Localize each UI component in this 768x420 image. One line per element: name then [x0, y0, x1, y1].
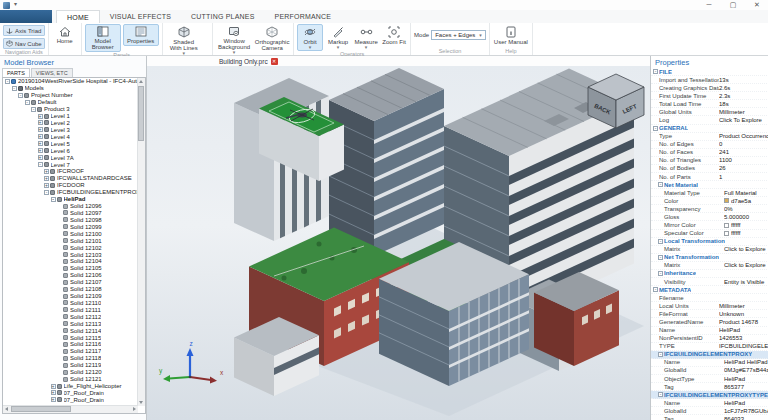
- scrollbar-thumb[interactable]: [138, 86, 144, 141]
- property-row[interactable]: ObjectType HeliPad: [651, 375, 768, 383]
- tree-item[interactable]: Solid 12100: [3, 230, 138, 237]
- tree-item[interactable]: Solid 12108: [3, 286, 138, 293]
- maximize-button[interactable]: ▢: [726, 1, 740, 9]
- model-browser-button[interactable]: Model Browser: [85, 24, 121, 52]
- expander-icon[interactable]: +: [44, 169, 49, 174]
- properties-button[interactable]: Properties: [123, 24, 159, 46]
- tree-item[interactable]: Solid 12116: [3, 341, 138, 348]
- tree-item[interactable]: - 20190104WestRiverSide Hospital - IFC4-…: [3, 78, 138, 85]
- tree-item[interactable]: Solid 12117: [3, 348, 138, 355]
- tree-item[interactable]: Solid 12109: [3, 293, 138, 300]
- tree-item[interactable]: + 07_Roof_Drain: [3, 389, 138, 396]
- expander-icon[interactable]: +: [44, 176, 49, 181]
- selection-mode-dropdown[interactable]: Faces + Edges ▾: [431, 30, 486, 40]
- property-row[interactable]: GlobalId 1cFJ7zR78GUbAmpC8ppv: [651, 407, 768, 415]
- axis-triad-toggle[interactable]: Axis Triad: [3, 25, 45, 36]
- expander-icon[interactable]: -: [658, 255, 663, 260]
- close-tab-icon[interactable]: ✕: [271, 58, 278, 65]
- 3d-canvas[interactable]: BACK LEFT z x: [147, 66, 650, 420]
- tree-item[interactable]: Solid 12113: [3, 320, 138, 327]
- property-row[interactable]: Specular Color ffffff: [651, 230, 768, 238]
- property-row[interactable]: Color d7ae5a: [651, 197, 768, 205]
- tree-item[interactable]: - Level 7: [3, 161, 138, 168]
- property-row[interactable]: Global Units Millimeter: [651, 108, 768, 116]
- scroll-right-icon[interactable]: [133, 407, 136, 411]
- property-row[interactable]: GlobalId 0MJg#E77sB44zNPCaU3: [651, 367, 768, 375]
- tree-item[interactable]: + IFCDOOR: [3, 182, 138, 189]
- tree-item[interactable]: Solid 12112: [3, 313, 138, 320]
- property-row[interactable]: Gloss 5.000000: [651, 213, 768, 221]
- property-row[interactable]: No. of Faces 241: [651, 149, 768, 157]
- tree-item[interactable]: Solid 12104: [3, 258, 138, 265]
- tree-item[interactable]: + Level 1: [3, 113, 138, 120]
- expander-icon[interactable]: +: [51, 384, 56, 389]
- property-row[interactable]: - FILE: [651, 68, 768, 76]
- tree-item[interactable]: - HeliPad: [3, 196, 138, 203]
- zoom-fit-button[interactable]: Zoom Fit: [381, 24, 407, 47]
- tree-item[interactable]: Solid 12115: [3, 334, 138, 341]
- expander-icon[interactable]: -: [38, 162, 43, 167]
- tree-item[interactable]: Solid 12101: [3, 237, 138, 244]
- property-row[interactable]: Material Type Full Material: [651, 189, 768, 197]
- vertical-scrollbar[interactable]: [137, 78, 145, 406]
- property-row[interactable]: FileFormat Unknown: [651, 310, 768, 318]
- property-row[interactable]: Matrix Click to Explore: [651, 262, 768, 270]
- property-row[interactable]: Log Click To Explore: [651, 116, 768, 124]
- close-button[interactable]: ✕: [750, 1, 764, 9]
- ribbon-tab[interactable]: PERFORMANCE: [265, 10, 342, 23]
- expander-icon[interactable]: +: [44, 183, 49, 188]
- quick-access-arrow-icon[interactable]: ▾: [14, 0, 17, 7]
- expander-icon[interactable]: +: [38, 120, 43, 125]
- expander-icon[interactable]: +: [38, 141, 43, 146]
- property-row[interactable]: First Update Time 2.3s: [651, 92, 768, 100]
- scroll-left-icon[interactable]: [5, 407, 8, 411]
- tree-item[interactable]: + Level 5: [3, 140, 138, 147]
- property-row[interactable]: No. of Triangles 1100: [651, 157, 768, 165]
- scroll-up-icon[interactable]: [139, 80, 143, 83]
- expander-icon[interactable]: +: [38, 155, 43, 160]
- expander-icon[interactable]: +: [38, 127, 43, 132]
- property-row[interactable]: - METADATA: [651, 286, 768, 294]
- property-row[interactable]: Transparency 0%: [651, 205, 768, 213]
- tree-item[interactable]: + IFCWALLSTANDARDCASE: [3, 175, 138, 182]
- property-row[interactable]: No. of Parts 1: [651, 173, 768, 181]
- property-row[interactable]: Visibility Entity is Visible: [651, 278, 768, 286]
- property-row[interactable]: Total Load Time 18s: [651, 100, 768, 108]
- property-row[interactable]: - IFCBUILDINGELEMENTPROXY: [651, 351, 768, 359]
- tree-item[interactable]: Solid 12118: [3, 355, 138, 362]
- property-row[interactable]: Matrix Click to Explore: [651, 246, 768, 254]
- tree-item[interactable]: - Models: [3, 85, 138, 92]
- document-tab[interactable]: Building Only.prc ✕: [219, 56, 278, 66]
- property-row[interactable]: Tag 865377: [651, 383, 768, 391]
- scrollbar-thumb[interactable]: [11, 406, 71, 412]
- markup-button[interactable]: Markup ▾: [325, 24, 351, 51]
- minimize-button[interactable]: ─: [702, 1, 716, 9]
- tree-item[interactable]: Solid 12121: [3, 376, 138, 383]
- expander-icon[interactable]: +: [51, 397, 56, 402]
- property-row[interactable]: Filename: [651, 294, 768, 302]
- tree-item[interactable]: + IFCROOF: [3, 168, 138, 175]
- expander-icon[interactable]: -: [18, 93, 23, 98]
- tree-item[interactable]: + Level 7A: [3, 154, 138, 161]
- expander-icon[interactable]: -: [658, 182, 663, 187]
- tree-item[interactable]: - Project Number: [3, 92, 138, 99]
- app-logo-icon[interactable]: [3, 2, 10, 9]
- expander-icon[interactable]: +: [38, 134, 43, 139]
- tree-item[interactable]: Solid 12105: [3, 265, 138, 272]
- tree-item[interactable]: - Product 3: [3, 106, 138, 113]
- ribbon-tab[interactable]: HOME: [56, 10, 100, 23]
- property-row[interactable]: GeneratedName Product 14678: [651, 318, 768, 326]
- property-row[interactable]: - Inheritance: [651, 270, 768, 278]
- property-row[interactable]: Name HeliPad: [651, 399, 768, 407]
- tree-item[interactable]: + Level 6: [3, 147, 138, 154]
- tree-item[interactable]: Solid 12106: [3, 272, 138, 279]
- expander-icon[interactable]: -: [653, 287, 658, 292]
- tree-item[interactable]: Solid 12119: [3, 362, 138, 369]
- property-row[interactable]: Name HeliPad: [651, 327, 768, 335]
- expander-icon[interactable]: +: [38, 148, 43, 153]
- expander-icon[interactable]: -: [658, 392, 663, 397]
- property-row[interactable]: Type Product Occurrence: [651, 133, 768, 141]
- expander-icon[interactable]: -: [653, 126, 658, 131]
- expander-icon[interactable]: -: [653, 69, 658, 74]
- horizontal-scrollbar[interactable]: [3, 405, 138, 413]
